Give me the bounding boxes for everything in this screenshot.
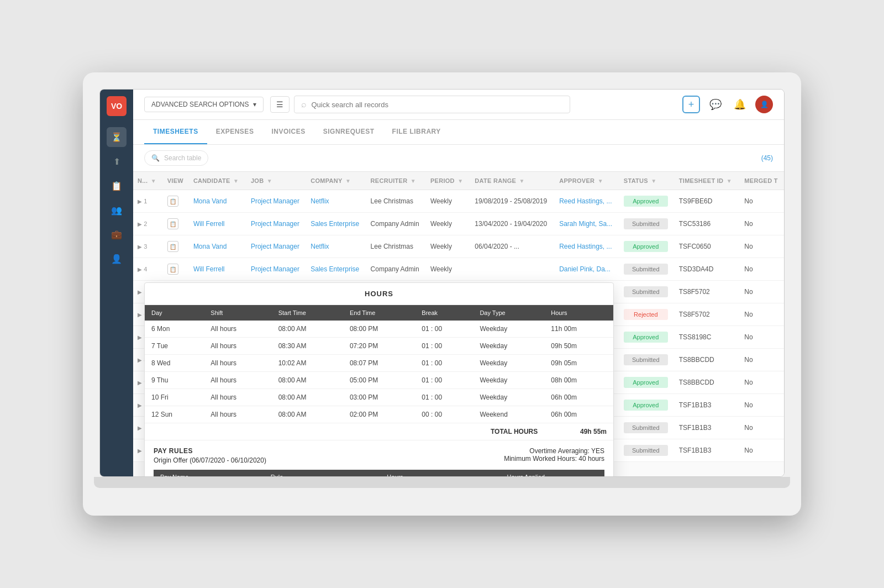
row-merged: No: [740, 417, 784, 439]
candidate-link[interactable]: Will Ferrell: [193, 265, 225, 273]
approver-link[interactable]: Sarah Might, Sa...: [559, 220, 612, 228]
table-row[interactable]: ▶ 3 📋 Mona Vand Project Manager Netflix …: [133, 235, 784, 258]
tab-signrequest[interactable]: SIGNREQUEST: [314, 120, 383, 144]
company-link[interactable]: Sales Enterprise: [311, 265, 359, 273]
global-search-bar: ⌕: [294, 96, 570, 113]
expand-button[interactable]: ▶: [138, 198, 142, 204]
hours-break: 01 : 00: [415, 338, 473, 355]
hours-end: 08:00 PM: [343, 321, 415, 338]
table-row[interactable]: ▶ 4 📋 Will Ferrell Project Manager Sales…: [133, 258, 784, 281]
add-button[interactable]: +: [682, 96, 700, 113]
col-status: STATUS ▼: [619, 172, 675, 190]
filter-company-btn[interactable]: ▼: [344, 178, 352, 184]
sidebar-people-icon[interactable]: 👥: [107, 200, 127, 220]
row-timesheet-id: TS9FBE6D: [675, 190, 740, 213]
row-approver: Sarah Might, Sa...: [555, 213, 619, 235]
row-merged: No: [740, 213, 784, 235]
row-num: ▶ 1: [133, 190, 163, 213]
row-candidate: Will Ferrell: [189, 213, 246, 235]
hours-end: 02:00 PM: [343, 406, 415, 423]
candidate-link[interactable]: Will Ferrell: [193, 220, 225, 228]
row-status: Approved: [619, 190, 675, 213]
tab-file-library[interactable]: FILE LIBRARY: [383, 120, 450, 144]
search-input[interactable]: [311, 101, 563, 109]
row-job: Project Manager: [246, 190, 306, 213]
pay-rules-title: PAY RULES: [154, 447, 266, 455]
filter-job-btn[interactable]: ▼: [266, 178, 273, 184]
filter-icon-button[interactable]: ☰: [270, 96, 290, 113]
expand-button[interactable]: ▶: [138, 334, 142, 340]
filter-period-btn[interactable]: ▼: [456, 178, 464, 184]
notifications-icon-button[interactable]: 🔔: [731, 96, 749, 113]
laptop-screen: VO ⏳ ⬆ 📋 👥 💼 👤 ADVANCED SEARCH OPTIONS ▾…: [99, 89, 785, 477]
sidebar-person-icon[interactable]: 👤: [107, 249, 127, 269]
expand-button[interactable]: ▶: [138, 357, 142, 363]
expand-button[interactable]: ▶: [138, 221, 142, 227]
filter-recruiter-btn[interactable]: ▼: [409, 178, 417, 184]
col-approver: APPROVER ▼: [555, 172, 619, 190]
filter-approver-btn[interactable]: ▼: [597, 178, 604, 184]
table-row[interactable]: ▶ 1 📋 Mona Vand Project Manager Netflix …: [133, 190, 784, 213]
row-merged: No: [740, 439, 784, 462]
row-timesheet-id: TSF1B1B3: [675, 394, 740, 417]
row-timesheet-id: TSFC0650: [675, 235, 740, 258]
filter-candidate-btn[interactable]: ▼: [232, 178, 240, 184]
filter-id-btn[interactable]: ▼: [725, 178, 733, 184]
hours-row: 9 Thu All hours 08:00 AM 05:00 PM 01 : 0…: [145, 372, 613, 389]
expand-button[interactable]: ▶: [138, 425, 142, 431]
view-icon[interactable]: 📋: [167, 241, 178, 252]
expand-button[interactable]: ▶: [138, 289, 142, 295]
col-view: VIEW: [163, 172, 189, 190]
expand-button[interactable]: ▶: [138, 380, 142, 386]
col-job: JOB ▼: [246, 172, 306, 190]
hours-start: 08:00 AM: [272, 406, 343, 423]
sidebar-history-icon[interactable]: ⏳: [107, 127, 127, 147]
total-hours-row: TOTAL HOURS 49h 55m: [145, 423, 613, 440]
candidate-link[interactable]: Mona Vand: [193, 243, 227, 250]
view-icon[interactable]: 📋: [167, 218, 178, 229]
col-company: COMPANY ▼: [306, 172, 366, 190]
filter-num-btn[interactable]: ▼: [150, 178, 157, 184]
advanced-search-button[interactable]: ADVANCED SEARCH OPTIONS ▾: [144, 97, 264, 112]
expand-button[interactable]: ▶: [138, 312, 142, 318]
row-recruiter: Lee Christmas: [366, 190, 426, 213]
sidebar-upload-icon[interactable]: ⬆: [107, 151, 127, 171]
hours-value: 09h 05m: [544, 355, 613, 372]
table-row[interactable]: ▶ 2 📋 Will Ferrell Project Manager Sales…: [133, 213, 784, 235]
header-actions: + 💬 🔔 👤: [682, 96, 773, 113]
expand-button[interactable]: ▶: [138, 244, 142, 250]
job-link[interactable]: Project Manager: [251, 265, 299, 273]
company-link[interactable]: Netflix: [311, 243, 329, 250]
filter-date-btn[interactable]: ▼: [518, 178, 526, 184]
user-avatar-button[interactable]: 👤: [755, 96, 773, 113]
view-icon[interactable]: 📋: [167, 264, 178, 275]
status-badge: Approved: [624, 196, 668, 207]
company-link[interactable]: Sales Enterprise: [311, 220, 359, 228]
candidate-link[interactable]: Mona Vand: [193, 197, 227, 205]
hours-daytype: Weekday: [473, 321, 544, 338]
tab-expenses[interactable]: EXPENSES: [207, 120, 263, 144]
sidebar-document-icon[interactable]: 📋: [107, 176, 127, 196]
sidebar-briefcase-icon[interactable]: 💼: [107, 224, 127, 244]
hours-shift: All hours: [204, 321, 271, 338]
hours-daytype: Weekday: [473, 338, 544, 355]
approver-link[interactable]: Reed Hastings, ...: [559, 197, 612, 205]
expand-button[interactable]: ▶: [138, 402, 142, 408]
row-merged: No: [740, 326, 784, 349]
expand-button[interactable]: ▶: [138, 448, 142, 454]
filter-status-btn[interactable]: ▼: [650, 178, 657, 184]
hours-break: 01 : 00: [415, 372, 473, 389]
expand-button[interactable]: ▶: [138, 266, 142, 272]
messages-icon-button[interactable]: 💬: [707, 96, 724, 113]
job-link[interactable]: Project Manager: [251, 220, 299, 228]
tab-invoices[interactable]: INVOICES: [262, 120, 314, 144]
company-link[interactable]: Netflix: [311, 197, 329, 205]
hours-value: 11h 00m: [544, 321, 613, 338]
job-link[interactable]: Project Manager: [251, 197, 299, 205]
tab-timesheets[interactable]: TIMESHEETS: [144, 120, 207, 144]
approver-link[interactable]: Reed Hastings, ...: [559, 243, 612, 250]
approver-link[interactable]: Daniel Pink, Da...: [559, 265, 611, 273]
row-status: Submitted: [619, 258, 675, 281]
job-link[interactable]: Project Manager: [251, 243, 299, 250]
view-icon[interactable]: 📋: [167, 196, 178, 207]
